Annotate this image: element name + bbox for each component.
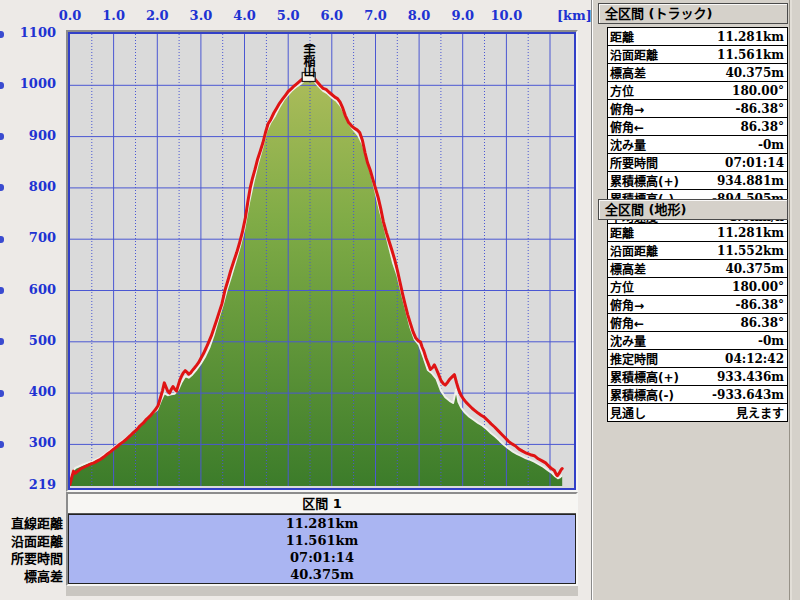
stat-value: 11.552km [695,242,787,260]
summit-annotation-label: （手稲山 [301,35,315,75]
panel-track-table: 距離11.281km沿面距離11.561km標高差40.375m方位180.00… [607,27,788,226]
stat-row: 俯角←86.38° [608,314,788,332]
stat-label: 俯角→ [608,296,696,314]
section-row-label: 標高差 [0,567,63,584]
stat-value: 180.00° [695,82,787,100]
y-tick-label: 800 [0,179,56,197]
stat-row: 俯角←86.38° [608,118,788,136]
section-value: 07:01:14 [69,549,575,566]
y-tick-label: 900 [0,128,56,146]
y-tick-label: 700 [0,230,56,248]
section-row-label: 所要時間 [0,549,63,566]
panel-track-header: 全区間 (トラック) [598,3,788,24]
section-value: 11.561km [69,532,575,549]
stat-row: 累積標高(-)-933.643m [608,386,788,404]
section-value: 40.375m [69,566,575,583]
x-tick-label: 5.0 [268,8,308,25]
stat-row: 沿面距離11.552km [608,242,788,260]
stat-value: 07:01:14 [695,154,787,172]
section-header: 区間 1 [68,494,576,514]
stat-value: 86.38° [695,118,787,136]
stat-label: 沈み量 [608,136,696,154]
stat-label: 距離 [608,224,696,242]
x-tick-label: 9.0 [443,8,483,25]
x-tick-label: 0.0 [50,8,90,25]
stat-value: -933.643m [695,386,787,404]
stat-label: 標高差 [608,260,696,278]
stat-label: 方位 [608,82,696,100]
stat-value: 86.38° [695,314,787,332]
x-tick-label: 3.0 [181,8,221,25]
section-value: 11.281km [69,515,575,532]
chart-frame: （手稲山 [66,30,578,492]
stat-label: 距離 [608,28,696,46]
x-axis-unit-label: [km] [552,8,592,25]
y-tick-label: 400 [0,384,56,402]
stat-value: 180.00° [695,278,787,296]
stat-label: 俯角→ [608,100,696,118]
y-tick-label: 219 [0,477,56,495]
stats-sidebar: 全区間 (トラック) 距離11.281km沿面距離11.561km標高差40.3… [593,0,800,600]
stat-row: 俯角→-86.38° [608,296,788,314]
stat-row: 方位180.00° [608,278,788,296]
y-tick-label: 600 [0,282,56,300]
stat-row: 推定時間04:12:42 [608,350,788,368]
stat-row: 距離11.281km [608,224,788,242]
y-tick-label: 1000 [0,76,56,94]
elevation-graph-window: 0.01.02.03.04.05.06.07.08.09.010.0 [km] … [0,0,800,600]
stat-label: 沿面距離 [608,46,696,64]
x-tick-label: 10.0 [486,8,526,25]
section-row-label: 直線距離 [0,514,63,531]
stat-value: 40.375m [695,260,787,278]
stat-label: 沿面距離 [608,242,696,260]
x-tick-label: 2.0 [137,8,177,25]
y-tick-label: 1100 [0,25,56,43]
stat-label: 俯角← [608,314,696,332]
stat-value: 11.281km [695,28,787,46]
stat-row: 累積標高(+)933.436m [608,368,788,386]
panel-terrain-header: 全区間 (地形) [598,199,788,220]
section-summary-table: 区間 1 11.281km11.561km07:01:1440.375m [66,492,578,586]
stat-row: 沈み量-0m [608,332,788,350]
stat-label: 累積標高(-) [608,386,696,404]
stat-row: 距離11.281km [608,28,788,46]
stat-label: 所要時間 [608,154,696,172]
x-tick-label: 7.0 [355,8,395,25]
panel-terrain-title: 全区間 (地形) [605,202,686,217]
stat-label: 標高差 [608,64,696,82]
plot-area: （手稲山 [68,32,576,490]
x-tick-label: 6.0 [312,8,352,25]
elevation-profile-chart [70,34,574,486]
stat-row: 標高差40.375m [608,64,788,82]
stat-value: 40.375m [695,64,787,82]
x-tick-label: 4.0 [225,8,265,25]
stat-row: 累積標高(+)934.881m [608,172,788,190]
stat-label: 推定時間 [608,350,696,368]
stat-label: 累積標高(+) [608,368,696,386]
stat-row: 沿面距離11.561km [608,46,788,64]
stat-row: 所要時間07:01:14 [608,154,788,172]
stat-row: 方位180.00° [608,82,788,100]
panel-track-title: 全区間 (トラック) [605,6,712,21]
stat-label: 俯角← [608,118,696,136]
y-tick-label: 300 [0,435,56,453]
stat-value: -0m [695,136,787,154]
stat-value: 04:12:42 [695,350,787,368]
stat-value: -86.38° [695,100,787,118]
stat-value: 934.881m [695,172,787,190]
stat-row: 沈み量-0m [608,136,788,154]
stat-row: 標高差40.375m [608,260,788,278]
stat-value: 見えます [695,404,787,422]
x-tick-label: 1.0 [94,8,134,25]
panel-terrain-table: 距離11.281km沿面距離11.552km標高差40.375m方位180.00… [607,223,788,422]
stat-label: 見通し [608,404,696,422]
window-right-edge [789,0,792,600]
stat-label: 沈み量 [608,332,696,350]
stat-value: 933.436m [695,368,787,386]
stat-value: -86.38° [695,296,787,314]
stat-row: 俯角→-86.38° [608,100,788,118]
stat-value: 11.561km [695,46,787,64]
stat-label: 累積標高(+) [608,172,696,190]
stat-value: 11.281km [695,224,787,242]
y-tick-label: 500 [0,333,56,351]
